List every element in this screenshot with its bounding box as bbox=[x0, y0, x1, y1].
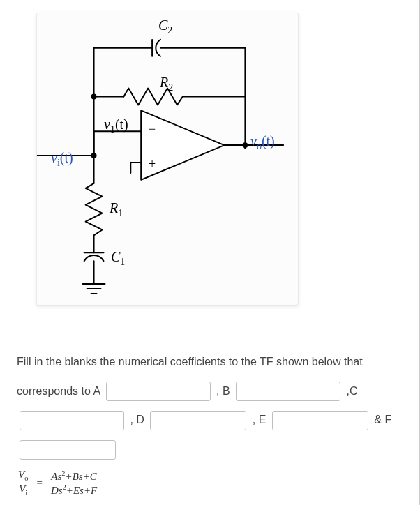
prompt-text-a: corresponds to A bbox=[17, 385, 100, 397]
label-v1t: v1(t) bbox=[104, 116, 128, 135]
tf-lhs: Vo Vi bbox=[17, 469, 29, 497]
input-b[interactable] bbox=[236, 382, 340, 401]
prompt-row-cde: , D , E & F bbox=[17, 405, 406, 435]
label-r1: R1 bbox=[110, 200, 123, 219]
svg-point-17 bbox=[92, 94, 96, 98]
prompt-row-f bbox=[17, 435, 406, 464]
sep-b: , B bbox=[216, 385, 230, 397]
input-a[interactable] bbox=[106, 382, 211, 401]
sep-c: ,C bbox=[347, 385, 358, 397]
sep-e: , E bbox=[253, 414, 267, 425]
tf-rhs: As2+Bs+C Ds2+Es+F bbox=[50, 469, 98, 496]
label-c1: C1 bbox=[111, 249, 125, 268]
input-f[interactable] bbox=[20, 440, 116, 460]
prompt-line-1: Fill in the blanks the numerical coeffic… bbox=[17, 347, 406, 377]
label-vot: vo(t) bbox=[250, 133, 275, 152]
opamp-minus: − bbox=[149, 122, 156, 137]
circuit-diagram: C2 R2 v1(t) vi(t) vo(t) − + R1 C1 bbox=[36, 13, 299, 306]
tf-eq-sign: = bbox=[36, 477, 42, 489]
opamp-plus: + bbox=[149, 157, 156, 172]
input-d[interactable] bbox=[150, 411, 246, 430]
input-e[interactable] bbox=[272, 411, 368, 430]
label-r2: R2 bbox=[160, 75, 173, 93]
transfer-function-equation: Vo Vi = As2+Bs+C Ds2+Es+F bbox=[17, 469, 98, 497]
sep-d: , D bbox=[130, 414, 144, 425]
label-c2: C2 bbox=[158, 17, 172, 36]
svg-point-18 bbox=[243, 143, 247, 147]
input-c[interactable] bbox=[20, 411, 124, 430]
sep-f: & F bbox=[374, 414, 391, 425]
page: C2 R2 v1(t) vi(t) vo(t) − + R1 C1 Fill i… bbox=[0, 0, 420, 505]
prompt-row-abc: corresponds to A , B ,C bbox=[17, 377, 406, 406]
label-vit: vi(t) bbox=[51, 150, 73, 169]
fill-in-prompt: Fill in the blanks the numerical coeffic… bbox=[17, 347, 406, 463]
circuit-svg bbox=[37, 13, 298, 305]
